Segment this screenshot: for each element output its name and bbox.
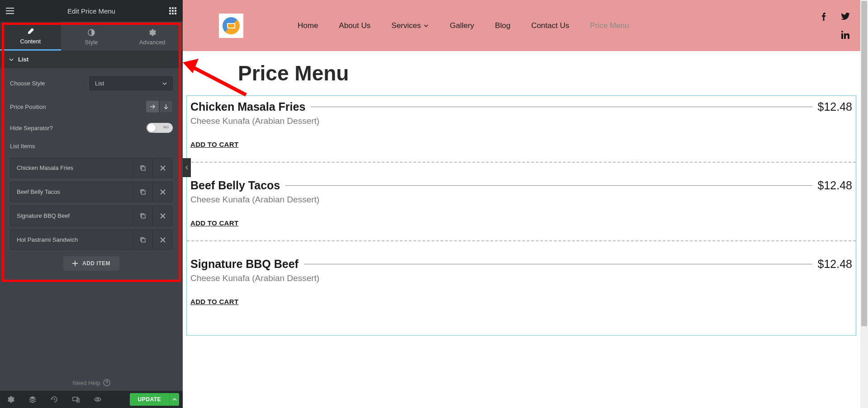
- price-position-label: Price Position: [10, 103, 46, 110]
- sidebar-tabs: Content Style Advanced: [0, 22, 183, 51]
- history-button[interactable]: [43, 391, 65, 408]
- list-item-title[interactable]: Signature BBQ Beef: [10, 206, 133, 225]
- list-item: Chicken Masala Fries: [10, 158, 173, 178]
- list-item-title[interactable]: Hot Pastrami Sandwich: [10, 230, 133, 249]
- twitter-link[interactable]: [835, 8, 856, 26]
- chevron-left-icon: [185, 165, 189, 170]
- svg-rect-5: [175, 10, 176, 12]
- layers-icon: [29, 396, 36, 403]
- gear-icon: [149, 29, 156, 36]
- svg-point-17: [97, 399, 99, 400]
- list-item-title[interactable]: Chicken Masala Fries: [10, 158, 133, 178]
- tab-content-label: Content: [20, 38, 41, 45]
- responsive-button[interactable]: [65, 391, 87, 408]
- settings-button[interactable]: [0, 391, 22, 408]
- tab-style[interactable]: Style: [61, 22, 122, 51]
- linkedin-icon: [841, 31, 849, 39]
- menu-item-separator: [311, 107, 812, 107]
- svg-rect-12: [142, 215, 145, 218]
- toggle-text: NO: [163, 125, 169, 129]
- site-header: Home About Us Services Gallery Blog Cont…: [183, 0, 868, 51]
- menu-item-title: Signature BBQ Beef: [190, 258, 299, 271]
- add-to-cart-link[interactable]: ADD TO CART: [190, 298, 852, 305]
- update-dropdown-button[interactable]: [169, 393, 179, 406]
- close-icon: [160, 189, 166, 195]
- choose-style-select[interactable]: List: [89, 76, 173, 90]
- svg-rect-10: [142, 167, 145, 170]
- close-icon: [160, 213, 166, 219]
- navigator-button[interactable]: [22, 391, 43, 408]
- svg-rect-3: [169, 10, 171, 12]
- menu-item-title: Beef Belly Tacos: [190, 179, 280, 192]
- sidebar-footer: UPDATE: [0, 391, 183, 408]
- nav-about-us[interactable]: About Us: [339, 21, 370, 30]
- responsive-icon: [72, 396, 80, 403]
- scrollbar[interactable]: [860, 0, 868, 408]
- sidebar-header: Edit Price Menu: [0, 0, 183, 22]
- nav-blog[interactable]: Blog: [495, 21, 510, 30]
- delete-button[interactable]: [152, 230, 172, 249]
- list-item-title[interactable]: Beef Belly Tacos: [10, 182, 133, 202]
- need-help-link[interactable]: Need Help: [0, 375, 183, 391]
- eye-icon: [94, 396, 101, 403]
- menu-item-separator: [304, 264, 812, 264]
- list-accordion-header[interactable]: List: [0, 51, 183, 68]
- duplicate-button[interactable]: [133, 158, 152, 178]
- duplicate-button[interactable]: [133, 206, 152, 225]
- nav-home[interactable]: Home: [298, 21, 318, 30]
- add-item-label: ADD ITEM: [82, 260, 110, 267]
- svg-rect-6: [169, 13, 171, 14]
- nav-services-label: Services: [391, 21, 421, 30]
- delete-button[interactable]: [152, 182, 172, 202]
- preview-button[interactable]: [87, 391, 109, 408]
- menu-item-price: $12.48: [818, 179, 852, 192]
- svg-rect-13: [142, 239, 145, 242]
- tab-advanced[interactable]: Advanced: [122, 22, 183, 51]
- svg-rect-4: [172, 10, 174, 12]
- update-button[interactable]: UPDATE: [130, 393, 169, 406]
- linkedin-link[interactable]: [835, 26, 856, 44]
- add-to-cart-link[interactable]: ADD TO CART: [190, 219, 852, 227]
- list-item: Hot Pastrami Sandwich: [10, 230, 173, 250]
- nav-price-menu[interactable]: Price Menu: [590, 21, 629, 30]
- svg-rect-19: [228, 24, 234, 28]
- nav-services[interactable]: Services: [391, 21, 429, 30]
- list-items-container: Chicken Masala Fries Beef Belly Tacos Si…: [0, 158, 183, 250]
- hide-separator-row: Hide Separator? NO: [10, 123, 173, 133]
- copy-icon: [140, 237, 146, 243]
- social-links: [813, 8, 856, 44]
- site-logo[interactable]: [219, 14, 243, 38]
- tab-content[interactable]: Content: [0, 22, 61, 51]
- duplicate-button[interactable]: [133, 230, 152, 249]
- history-icon: [51, 396, 58, 403]
- nav-contact-us[interactable]: Contact Us: [531, 21, 569, 30]
- menu-item-price: $12.48: [818, 100, 852, 113]
- svg-rect-0: [169, 7, 171, 9]
- apps-icon[interactable]: [168, 6, 177, 15]
- duplicate-button[interactable]: [133, 182, 152, 202]
- price-menu-widget[interactable]: Chicken Masala Fries $12.48 Cheese Kunaf…: [186, 95, 856, 336]
- add-to-cart-link[interactable]: ADD TO CART: [190, 141, 852, 148]
- contrast-icon: [88, 29, 95, 36]
- add-item-button[interactable]: ADD ITEM: [63, 256, 119, 271]
- caret-down-icon: [162, 81, 167, 86]
- gear-icon: [7, 396, 14, 403]
- price-position-down-button[interactable]: [159, 100, 173, 113]
- price-position-right-button[interactable]: [146, 100, 159, 113]
- menu-icon[interactable]: [5, 6, 14, 15]
- nav-gallery[interactable]: Gallery: [450, 21, 474, 30]
- arrow-down-icon: [163, 103, 169, 110]
- delete-button[interactable]: [152, 206, 172, 225]
- sidebar-title: Edit Price Menu: [14, 7, 168, 15]
- delete-button[interactable]: [152, 158, 172, 178]
- svg-rect-2: [175, 7, 176, 9]
- menu-item-description: Cheese Kunafa (Arabian Dessert): [190, 116, 852, 126]
- svg-rect-8: [175, 13, 176, 14]
- collapse-sidebar-button[interactable]: [183, 158, 191, 177]
- facebook-link[interactable]: [813, 8, 835, 26]
- site-nav: Home About Us Services Gallery Blog Cont…: [298, 21, 629, 30]
- hide-separator-toggle[interactable]: NO: [147, 123, 173, 133]
- scrollbar-thumb[interactable]: [861, 1, 867, 326]
- arrow-right-icon: [149, 103, 156, 110]
- svg-rect-20: [841, 33, 843, 39]
